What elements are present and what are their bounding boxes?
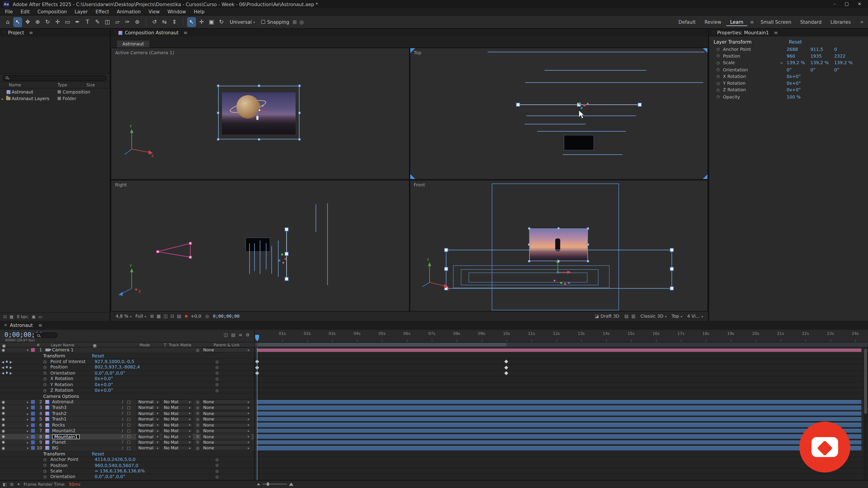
parent-dropdown[interactable]: None▾ [201, 428, 251, 433]
pick-whip-icon[interactable]: ◎ [196, 348, 199, 352]
stopwatch-icon[interactable]: ◷ [43, 365, 51, 369]
pick-whip-icon[interactable]: ◎ [215, 383, 254, 387]
pick-whip-icon[interactable]: ◎ [215, 377, 254, 381]
lane-astronaut[interactable] [255, 399, 868, 405]
property-value[interactable]: 960,0,540,0,5607,0 [95, 463, 215, 468]
quality-switch[interactable]: / [122, 434, 123, 439]
parent-dropdown[interactable]: None▾ [201, 348, 251, 352]
stopwatch-icon[interactable]: ◷ [43, 383, 51, 387]
pick-whip-icon[interactable]: ◎ [215, 359, 254, 364]
property-row-z-rotation[interactable]: ◷Z Rotation0x+0,0°◎ [0, 388, 254, 394]
layer-name[interactable]: Camera 1 [51, 348, 116, 352]
property-value[interactable]: 960 [786, 54, 810, 59]
layer-row-astronaut[interactable]: ◉▸2Astronaut/□Normal▾No Mat▾◎None▾ [0, 399, 254, 405]
property-value[interactable]: 0° [810, 67, 834, 72]
column-layer-name[interactable]: Layer Name [51, 343, 74, 348]
property-value[interactable]: 0x+0° [786, 81, 810, 86]
lane-trash1[interactable] [255, 417, 868, 422]
visibility-toggle[interactable]: ◉ [2, 434, 5, 439]
stopwatch-icon[interactable]: ◷ [716, 88, 723, 92]
lane-camera-1[interactable] [255, 348, 868, 353]
pick-whip-icon[interactable]: ◎ [215, 388, 254, 393]
visibility-toggle[interactable]: ◉ [2, 446, 5, 451]
parent-dropdown[interactable]: None▾ [201, 417, 251, 422]
stopwatch-icon[interactable]: ◷ [716, 74, 723, 79]
property-value[interactable]: 0x+0° [786, 88, 810, 93]
project-search-input[interactable] [3, 75, 107, 80]
3d-layer-header-icon[interactable]: □ [93, 344, 96, 348]
zoom-dropdown[interactable]: 4,8 % ▾ [116, 314, 131, 319]
tool-dolly-camera[interactable]: ⇕ [170, 17, 179, 27]
tool-rotation[interactable]: ↻ [43, 17, 52, 27]
settings-icon[interactable]: ⚙ [246, 332, 250, 337]
visibility-toggle[interactable]: ◉ [2, 440, 5, 445]
scrollbar-thumb[interactable] [864, 349, 867, 414]
pick-whip-icon[interactable]: ◎ [215, 469, 254, 474]
property-value[interactable]: ∞ 136,6,136,6,136,6% [95, 468, 215, 474]
trash-icon[interactable]: ▭ [38, 314, 42, 319]
prev-keyframe-icon[interactable]: ◀ [2, 371, 4, 375]
pick-whip-icon[interactable]: ◎ [196, 423, 199, 427]
stopwatch-icon[interactable]: ◷ [716, 47, 723, 52]
layer-name[interactable]: Astronaut [51, 399, 116, 404]
layer-duration-bar[interactable] [257, 406, 861, 410]
layer-name[interactable]: Planet [51, 440, 116, 445]
label-swatch[interactable] [31, 435, 36, 438]
label-swatch[interactable] [31, 412, 36, 416]
keyframe-icon[interactable]: ♦ [5, 359, 8, 364]
visibility-toggle[interactable]: ◉ [2, 417, 5, 422]
maximize-button[interactable]: ▢ [844, 2, 849, 6]
parent-dropdown[interactable]: None▾ [201, 405, 251, 410]
resolution-dropdown[interactable]: Full ▾ [135, 314, 146, 319]
layer-duration-bar[interactable] [257, 412, 861, 416]
workspace-small-screen[interactable]: Small Screen [757, 18, 795, 26]
blend-mode-dropdown[interactable]: Normal▾ [136, 417, 160, 422]
pick-whip-icon[interactable]: ◎ [215, 463, 254, 468]
layer-row-trash1[interactable]: ◉▸5Trash1/□Normal▾No Mat▾◎None▾ [0, 417, 254, 422]
timeline-search-input[interactable] [34, 332, 58, 338]
zoom-slider[interactable] [262, 484, 287, 485]
property-value[interactable]: 0x+0,0° [95, 388, 215, 393]
tool-zoom[interactable]: ⊕ [33, 17, 42, 27]
blend-mode-dropdown[interactable]: Normal▾ [136, 411, 160, 416]
next-keyframe-icon[interactable]: ▶ [10, 366, 12, 369]
column-parent-link[interactable]: Parent & Link [214, 343, 239, 348]
property-value[interactable]: 139,2 % [786, 61, 810, 66]
label-swatch[interactable] [31, 423, 36, 427]
property-row-scale[interactable]: ◷Scale∞ 136,6,136,6,136,6%◎ [0, 468, 254, 475]
property-row-position[interactable]: ◷Position960,0,540,0,5607,0◎ [0, 463, 254, 468]
viewport-top[interactable]: Top [410, 48, 707, 179]
next-keyframe-icon[interactable]: ▶ [10, 371, 12, 375]
camera-options-row[interactable]: Camera Options [0, 394, 254, 399]
keyframe-icon[interactable] [504, 365, 508, 369]
layer-name[interactable]: Mountain1 [51, 434, 116, 439]
workspace-libraries[interactable]: Libraries [827, 18, 855, 26]
viewport-front[interactable]: Front [410, 180, 707, 311]
track-matte-dropdown[interactable]: No Mat▾ [162, 440, 193, 445]
blend-mode-dropdown[interactable]: Normal▾ [136, 446, 160, 451]
column-number[interactable]: # [37, 343, 40, 348]
comp-crumb-tab[interactable]: Astronaut [116, 40, 150, 47]
comp-timecode[interactable]: 0;00;00;00 [213, 314, 240, 319]
layer-name[interactable]: BG [51, 446, 116, 451]
3d-layer-switch[interactable]: □ [127, 440, 131, 445]
snapping-checkbox[interactable] [261, 20, 265, 24]
property-value[interactable]: 927,9,1000,0,-0,5 [95, 359, 215, 364]
workspace-default[interactable]: Default [675, 18, 700, 26]
expander-icon[interactable]: ▾ [24, 446, 31, 450]
layer-name[interactable]: Rocks [51, 422, 116, 427]
layer-duration-bar[interactable] [257, 417, 861, 421]
layer-row-camera-1[interactable]: ◉▾1Camera 1◎None▾ [0, 348, 254, 353]
zoom-in-icon[interactable] [289, 483, 293, 486]
expander-icon[interactable]: ▸ [24, 429, 31, 433]
property-value[interactable]: 0° [834, 67, 858, 72]
property-value[interactable]: 2688 [786, 47, 810, 52]
track-matte-dropdown[interactable]: No Mat▾ [162, 446, 193, 451]
track-matte-dropdown[interactable]: No Mat▾ [162, 405, 193, 410]
expander-icon[interactable]: ▸ [0, 96, 5, 100]
track-matte-dropdown[interactable]: No Mat▾ [162, 411, 193, 416]
column-t[interactable]: T [164, 343, 166, 348]
layer-row-bg[interactable]: ◉▾10BG/□Normal▾No Mat▾◎None▾ [0, 446, 254, 451]
expander-icon[interactable]: ▸ [24, 435, 31, 438]
property-row-orientation[interactable]: ◷Orientation0,0°,0,0°,0,0°◎ [0, 474, 254, 480]
